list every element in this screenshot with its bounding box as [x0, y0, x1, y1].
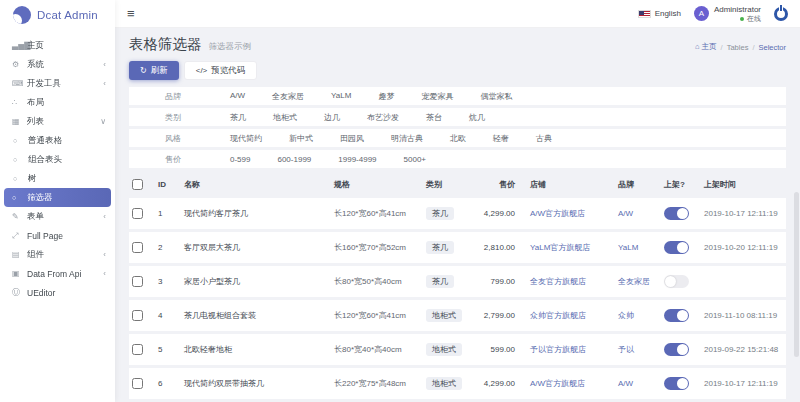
user-name: Administrator	[714, 5, 761, 14]
filter-option[interactable]: 新中式	[289, 133, 313, 144]
sidebar-item-combined-header[interactable]: ○组合表头	[0, 150, 115, 169]
shop-link[interactable]: A/W官方旗舰店	[530, 209, 585, 218]
column-header-brand[interactable]: 品牌	[615, 174, 661, 195]
filter-option[interactable]: 炕几	[469, 112, 485, 123]
sidebar-item-full-page[interactable]: ⤢Full Page	[0, 226, 115, 245]
chevron-left-icon: ‹	[103, 60, 106, 69]
cell-name: 客厅双层大茶几	[181, 232, 331, 263]
row-select-cell	[129, 300, 155, 331]
filter-option[interactable]: 0-599	[230, 155, 250, 164]
filter-option[interactable]: 北欧	[450, 133, 466, 144]
column-header-price[interactable]: 售价	[469, 174, 527, 195]
publish-toggle[interactable]	[664, 377, 689, 390]
category-badge: 茶几	[426, 207, 454, 220]
shop-link[interactable]: 予以官方旗舰店	[530, 345, 586, 354]
row-checkbox[interactable]	[132, 310, 143, 321]
filter-option[interactable]: 茶台	[426, 112, 442, 123]
filter-option[interactable]: 边几	[324, 112, 340, 123]
filter-option[interactable]: 全友家居	[272, 91, 304, 102]
publish-toggle[interactable]	[664, 241, 689, 254]
brand-link[interactable]: 众帅	[618, 311, 634, 320]
filter-option[interactable]: YaLM	[331, 91, 351, 102]
sidebar-item-list[interactable]: ▦列表∨	[0, 112, 115, 131]
selector-filters: 品牌A/W全友家居YaLM趣梦宠爱家具偶堂家私类别茶几地柜式边几布艺沙发茶台炕几…	[129, 87, 786, 168]
sidebar-item-form[interactable]: ✎表单‹	[0, 207, 115, 226]
filter-option[interactable]: 茶几	[230, 112, 246, 123]
filter-option[interactable]: 偶堂家私	[480, 91, 512, 102]
column-header-name[interactable]: 名称	[181, 174, 331, 195]
publish-toggle[interactable]	[664, 309, 689, 322]
row-checkbox[interactable]	[132, 378, 143, 389]
brand-link[interactable]: 全友家居	[618, 277, 650, 286]
brand-link[interactable]: YaLM	[618, 243, 638, 252]
filter-option[interactable]: 地柜式	[273, 112, 297, 123]
breadcrumb-separator: /	[721, 43, 723, 52]
cell-time: 2019-11-10 08:11:19	[701, 300, 786, 331]
database-icon: ▣	[12, 269, 27, 278]
cell-id: 3	[155, 266, 181, 297]
cell-shop: A/W官方旗舰店	[527, 368, 615, 399]
user-menu[interactable]: A Administrator 在线	[694, 4, 761, 24]
filter-option[interactable]: 5000+	[404, 155, 426, 164]
sidebar-item-dev-tools[interactable]: ⌨开发工具‹	[0, 74, 115, 93]
row-checkbox[interactable]	[132, 208, 143, 219]
row-checkbox[interactable]	[132, 242, 143, 253]
row-select-cell	[129, 266, 155, 297]
column-header-category[interactable]: 类别	[423, 174, 469, 195]
brand-link[interactable]: A/W	[618, 379, 633, 388]
cell-id: 5	[155, 334, 181, 365]
cell-time: 2019-10-17 12:11:19	[701, 368, 786, 399]
app-logo[interactable]: Dcat Admin	[0, 0, 115, 30]
shop-link[interactable]: YaLM官方旗舰店	[530, 243, 590, 252]
column-header-time[interactable]: 上架时间	[701, 174, 786, 195]
logout-power-icon[interactable]	[774, 7, 788, 21]
sidebar-item-tree[interactable]: ○树	[0, 169, 115, 188]
sidebar-item-selector[interactable]: ○筛选器	[4, 188, 111, 207]
filter-option[interactable]: 古典	[536, 133, 552, 144]
filter-option[interactable]: 现代简约	[230, 133, 262, 144]
vertical-scrollbar[interactable]	[794, 192, 799, 357]
column-header-spec[interactable]: 规格	[331, 174, 423, 195]
sidebar-item-layout[interactable]: ∴布局	[0, 93, 115, 112]
column-header-id[interactable]: ID	[155, 174, 181, 195]
shop-link[interactable]: 众帅官方旗舰店	[530, 311, 586, 320]
sidebar-item-components[interactable]: ▤组件‹	[0, 245, 115, 264]
sidebar-item-normal-table[interactable]: ○普通表格	[0, 131, 115, 150]
breadcrumb-item-主页[interactable]: ⌂ 主页	[695, 42, 717, 52]
publish-toggle[interactable]	[664, 343, 689, 356]
shop-link[interactable]: A/W官方旗舰店	[530, 379, 585, 388]
sidebar-item-label: 表单	[27, 211, 103, 223]
filter-option[interactable]: 布艺沙发	[367, 112, 399, 123]
sidebar-toggle-icon[interactable]: ≡	[127, 6, 135, 21]
filter-option[interactable]: A/W	[230, 91, 245, 102]
sidebar-item-system[interactable]: ⚙系统‹	[0, 55, 115, 74]
filter-option[interactable]: 轻奢	[493, 133, 509, 144]
select-all-checkbox[interactable]	[132, 179, 143, 190]
sidebar-item-ueditor[interactable]: ⓊUEditor	[0, 283, 115, 302]
filter-option[interactable]: 田园风	[340, 133, 364, 144]
shop-link[interactable]: 全友官方旗舰店	[530, 277, 586, 286]
filter-option[interactable]: 600-1999	[277, 155, 311, 164]
breadcrumb-item-selector[interactable]: Selector	[758, 43, 786, 52]
publish-toggle[interactable]	[664, 207, 689, 220]
table-row: 1现代简约客厅茶几长120*宽60*高41cm茶几4,299.00A/W官方旗舰…	[129, 198, 786, 229]
brand-link[interactable]: A/W	[618, 209, 633, 218]
row-checkbox[interactable]	[132, 344, 143, 355]
brand-link[interactable]: 予以	[618, 345, 634, 354]
filter-option[interactable]: 明清古典	[391, 133, 423, 144]
refresh-button[interactable]: ↻ 刷新	[129, 61, 179, 80]
code-icon: </>	[196, 66, 208, 75]
row-checkbox[interactable]	[132, 276, 143, 287]
page-title: 表格筛选器	[129, 35, 202, 54]
language-switcher[interactable]: English	[638, 9, 681, 18]
filter-option[interactable]: 宠爱家具	[421, 91, 453, 102]
filter-option[interactable]: 趣梦	[378, 91, 394, 102]
column-header-shop[interactable]: 店铺	[527, 174, 615, 195]
sidebar-item-data-from-api[interactable]: ▣Data From Api‹	[0, 264, 115, 283]
sidebar-item-home[interactable]: ▃▅▇主页	[0, 36, 115, 55]
column-header-toggle[interactable]: 上架?	[661, 174, 701, 195]
sidebar-item-label: 组件	[27, 249, 103, 261]
publish-toggle[interactable]	[664, 275, 689, 288]
filter-option[interactable]: 1999-4999	[338, 155, 376, 164]
preview-code-button[interactable]: </> 预览代码	[184, 61, 258, 80]
